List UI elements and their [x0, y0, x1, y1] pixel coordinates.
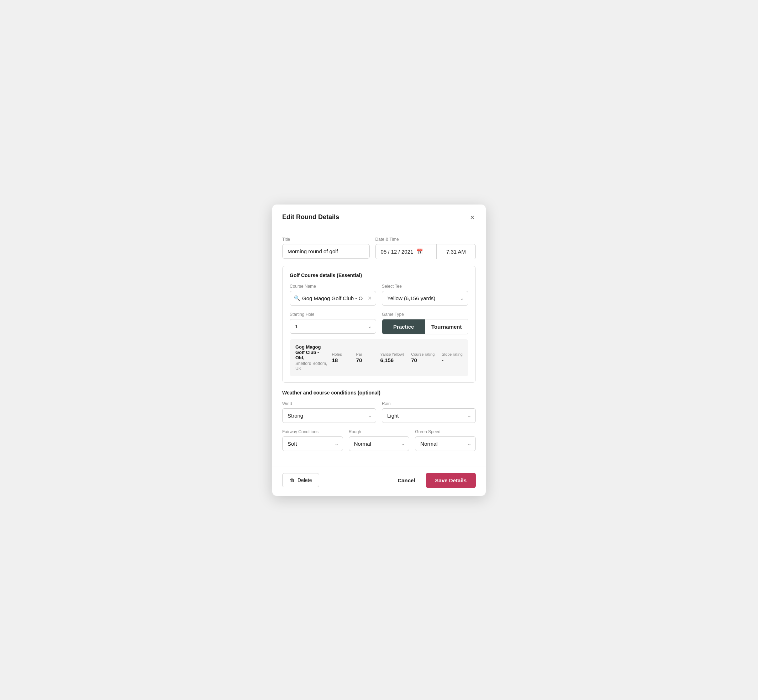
course-search-wrap: 🔍 ✕	[290, 291, 376, 306]
rain-label: Rain	[382, 401, 476, 406]
par-value: 70	[356, 357, 362, 363]
footer-right: Cancel Save Details	[393, 473, 476, 488]
starting-hole-label: Starting Hole	[290, 312, 376, 317]
golf-course-title: Golf Course details (Essential)	[290, 272, 468, 278]
course-tee-row: Course Name 🔍 ✕ Select Tee Yellow (6,156…	[290, 284, 468, 306]
fairway-label: Fairway Conditions	[282, 429, 343, 434]
rain-select-wrap: NoneLightModerateHeavy ⌄	[382, 408, 476, 423]
stat-slope-rating: Slope rating -	[442, 352, 463, 363]
game-type-group: Game Type Practice Tournament	[382, 312, 468, 334]
slope-rating-label: Slope rating	[442, 352, 463, 356]
modal-header: Edit Round Details ×	[272, 205, 486, 229]
time-value: 7:31 AM	[446, 248, 466, 255]
delete-button[interactable]: 🗑 Delete	[282, 473, 319, 487]
stat-par: Par 70	[356, 352, 373, 363]
date-part[interactable]: 05 / 12 / 2021 📅	[376, 244, 436, 259]
modal-body: Title Date & Time 05 / 12 / 2021 📅 7:31 …	[272, 229, 486, 465]
course-rating-label: Course rating	[411, 352, 434, 356]
wind-label: Wind	[282, 401, 376, 406]
yards-value: 6,156	[381, 357, 394, 363]
fairway-dropdown[interactable]: FirmNormalSoft	[282, 436, 343, 451]
fairway-group: Fairway Conditions FirmNormalSoft ⌄	[282, 429, 343, 451]
datetime-group: Date & Time 05 / 12 / 2021 📅 7:31 AM	[376, 237, 476, 259]
select-tee-dropdown[interactable]: Yellow (6,156 yards) White (6,600 yards)…	[382, 291, 468, 306]
green-speed-select-wrap: SlowNormalFastVery Fast ⌄	[415, 436, 476, 451]
title-datetime-row: Title Date & Time 05 / 12 / 2021 📅 7:31 …	[282, 237, 476, 259]
close-button[interactable]: ×	[469, 212, 476, 222]
search-icon: 🔍	[294, 295, 300, 301]
course-name-info: Gog Magog Golf Club - Old, Shelford Bott…	[295, 344, 328, 371]
course-name-group: Course Name 🔍 ✕	[290, 284, 376, 306]
course-info-name: Gog Magog Golf Club - Old,	[295, 344, 328, 360]
green-speed-dropdown[interactable]: SlowNormalFastVery Fast	[415, 436, 476, 451]
cancel-button[interactable]: Cancel	[393, 473, 420, 487]
wind-rain-row: Wind NoneLightModerateStrongVery Strong …	[282, 401, 476, 423]
rough-dropdown[interactable]: ShortNormalLong	[349, 436, 410, 451]
title-input[interactable]	[282, 244, 370, 259]
par-label: Par	[356, 352, 362, 356]
fairway-select-wrap: FirmNormalSoft ⌄	[282, 436, 343, 451]
weather-section-title: Weather and course conditions (optional)	[282, 390, 476, 395]
select-tee-group: Select Tee Yellow (6,156 yards) White (6…	[382, 284, 468, 306]
date-time-field: 05 / 12 / 2021 📅 7:31 AM	[376, 244, 476, 259]
modal-footer: 🗑 Delete Cancel Save Details	[272, 467, 486, 496]
rough-label: Rough	[349, 429, 410, 434]
practice-toggle-button[interactable]: Practice	[382, 319, 425, 334]
slope-rating-value: -	[442, 357, 443, 363]
course-info-location: Shelford Bottom, UK	[295, 361, 328, 371]
stat-yards: Yards(Yellow) 6,156	[381, 352, 404, 363]
course-info-card: Gog Magog Golf Club - Old, Shelford Bott…	[290, 339, 468, 376]
weather-section: Weather and course conditions (optional)…	[282, 390, 476, 451]
wind-dropdown[interactable]: NoneLightModerateStrongVery Strong	[282, 408, 376, 423]
edit-round-modal: Edit Round Details × Title Date & Time 0…	[272, 205, 486, 496]
course-stats: Holes 18 Par 70 Yards(Yellow) 6,156 Cour…	[332, 352, 463, 363]
yards-label: Yards(Yellow)	[381, 352, 404, 356]
calendar-icon: 📅	[416, 248, 423, 255]
wind-select-wrap: NoneLightModerateStrongVery Strong ⌄	[282, 408, 376, 423]
stat-course-rating: Course rating 70	[411, 352, 434, 363]
course-name-input[interactable]	[290, 291, 376, 306]
course-rating-value: 70	[411, 357, 417, 363]
save-button[interactable]: Save Details	[426, 473, 476, 488]
modal-title: Edit Round Details	[282, 213, 339, 221]
golf-course-section: Golf Course details (Essential) Course N…	[282, 266, 476, 383]
holes-label: Holes	[332, 352, 342, 356]
game-type-label: Game Type	[382, 312, 468, 317]
green-speed-group: Green Speed SlowNormalFastVery Fast ⌄	[415, 429, 476, 451]
rain-dropdown[interactable]: NoneLightModerateHeavy	[382, 408, 476, 423]
title-label: Title	[282, 237, 370, 242]
tournament-toggle-button[interactable]: Tournament	[425, 319, 468, 334]
datetime-label: Date & Time	[376, 237, 476, 242]
course-name-label: Course Name	[290, 284, 376, 289]
wind-group: Wind NoneLightModerateStrongVery Strong …	[282, 401, 376, 423]
date-value: 05 / 12 / 2021	[381, 248, 413, 255]
trash-icon: 🗑	[290, 477, 294, 483]
rough-select-wrap: ShortNormalLong ⌄	[349, 436, 410, 451]
starting-hole-group: Starting Hole 1234 5678 910 ⌄	[290, 312, 376, 334]
title-group: Title	[282, 237, 370, 259]
select-tee-label: Select Tee	[382, 284, 468, 289]
starting-hole-wrap: 1234 5678 910 ⌄	[290, 319, 376, 334]
select-tee-wrap: Yellow (6,156 yards) White (6,600 yards)…	[382, 291, 468, 306]
rain-group: Rain NoneLightModerateHeavy ⌄	[382, 401, 476, 423]
delete-label: Delete	[298, 477, 312, 483]
stat-holes: Holes 18	[332, 352, 349, 363]
clear-course-icon[interactable]: ✕	[368, 295, 372, 301]
hole-gametype-row: Starting Hole 1234 5678 910 ⌄ Game Type …	[290, 312, 468, 334]
rough-group: Rough ShortNormalLong ⌄	[349, 429, 410, 451]
time-part[interactable]: 7:31 AM	[436, 244, 475, 259]
green-speed-label: Green Speed	[415, 429, 476, 434]
holes-value: 18	[332, 357, 338, 363]
game-type-toggle: Practice Tournament	[382, 319, 468, 334]
fairway-rough-green-row: Fairway Conditions FirmNormalSoft ⌄ Roug…	[282, 429, 476, 451]
starting-hole-dropdown[interactable]: 1234 5678 910	[290, 319, 376, 334]
